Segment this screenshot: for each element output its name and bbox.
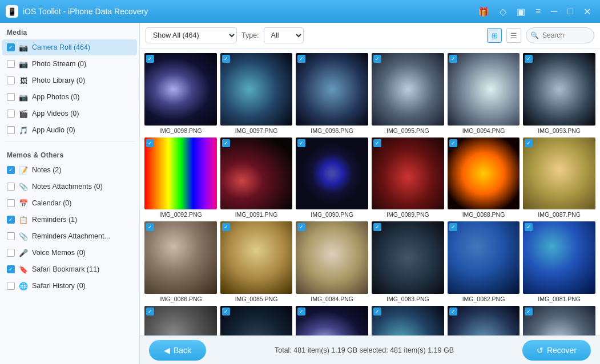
notes-checkbox[interactable]: ✓	[7, 166, 15, 174]
image-checkbox-img0075[interactable]: ✓	[525, 308, 533, 316]
type-select[interactable]: All PNG JPG GIF	[264, 27, 304, 43]
voice-memos-icon: 🎤	[18, 248, 29, 258]
app-photos-checkbox[interactable]	[7, 93, 15, 101]
grid-view-button[interactable]: ⊞	[487, 28, 502, 43]
image-checkbox-img0076[interactable]: ✓	[449, 308, 457, 316]
image-cell-img0085[interactable]: ✓IMG_0085.PNG	[220, 221, 293, 302]
image-cell-img0082[interactable]: ✓IMG_0082.PNG	[448, 221, 520, 302]
image-cell-img0094[interactable]: ✓IMG_0094.PNG	[448, 53, 520, 134]
sidebar-item-photo-library[interactable]: 🖼 Photo Library (0)	[2, 72, 137, 88]
image-cell-img0086[interactable]: ✓IMG_0086.PNG	[144, 221, 217, 302]
app-audio-checkbox[interactable]	[7, 126, 15, 134]
image-checkbox-img0088[interactable]: ✓	[449, 139, 457, 147]
image-cell-img0095[interactable]: ✓IMG_0095.PNG	[372, 53, 444, 134]
sidebar-item-app-videos[interactable]: 🎬 App Videos (0)	[2, 106, 137, 122]
sidebar-item-notes-attachments[interactable]: 📎 Notes Attachments (0)	[2, 179, 137, 195]
image-cell-img0087[interactable]: ✓IMG_0087.PNG	[523, 137, 595, 219]
image-label-img0095: IMG_0095.PNG	[372, 127, 444, 134]
sidebar-item-reminders[interactable]: ✓ 📋 Reminders (1)	[2, 212, 137, 228]
image-cell-img0093[interactable]: ✓IMG_0093.PNG	[523, 53, 595, 134]
image-checkbox-img0091[interactable]: ✓	[222, 139, 230, 147]
image-checkbox-img0081[interactable]: ✓	[525, 223, 533, 231]
back-button[interactable]: ◀ Back	[149, 340, 206, 361]
image-checkbox-img0086[interactable]: ✓	[146, 223, 154, 231]
image-checkbox-img0084[interactable]: ✓	[297, 223, 305, 231]
image-checkbox-img0082[interactable]: ✓	[449, 223, 457, 231]
sidebar-item-voice-memos[interactable]: 🎤 Voice Memos (0)	[2, 245, 137, 261]
image-checkbox-img0077[interactable]: ✓	[373, 308, 381, 316]
maximize-button[interactable]: □	[564, 5, 577, 18]
image-label-img0096: IMG_0096.PNG	[296, 127, 368, 134]
image-label-img0087: IMG_0087.PNG	[523, 211, 595, 218]
recover-button[interactable]: ↺ Recover	[522, 340, 591, 361]
app-videos-checkbox[interactable]	[7, 110, 15, 118]
image-checkbox-img0096[interactable]: ✓	[297, 55, 305, 63]
app-title: iOS Toolkit - iPhone Data Recovery	[23, 7, 148, 16]
image-cell-img0080[interactable]: ✓IMG_0080.PNG	[144, 306, 217, 335]
image-cell-img0098[interactable]: ✓IMG_0098.PNG	[144, 53, 217, 134]
sidebar-item-reminders-attachments[interactable]: 📎 Reminders Attachment...	[2, 228, 137, 244]
image-checkbox-img0083[interactable]: ✓	[373, 223, 381, 231]
list-view-button[interactable]: ☰	[506, 28, 521, 43]
monitor-icon[interactable]: ▣	[513, 5, 529, 18]
image-checkbox-img0089[interactable]: ✓	[373, 139, 381, 147]
menu-icon[interactable]: ≡	[532, 5, 544, 18]
sidebar-item-photo-stream[interactable]: 📷 Photo Stream (0)	[2, 56, 137, 72]
image-cell-img0084[interactable]: ✓IMG_0084.PNG	[296, 221, 368, 302]
gift-icon[interactable]: 🎁	[474, 5, 493, 18]
image-checkbox-img0097[interactable]: ✓	[222, 55, 230, 63]
safari-history-checkbox[interactable]	[7, 282, 15, 290]
image-cell-img0078[interactable]: ✓IMG_0078.PNG	[296, 306, 368, 335]
sidebar-item-safari-bookmark[interactable]: ✓ 🔖 Safari Bookmark (11)	[2, 261, 137, 277]
image-cell-img0076[interactable]: ✓IMG_0076.PNG	[448, 306, 520, 335]
sidebar-item-safari-history[interactable]: 🌐 Safari History (0)	[2, 278, 137, 294]
image-cell-img0088[interactable]: ✓IMG_0088.PNG	[448, 137, 520, 219]
sidebar-item-calendar[interactable]: 📅 Calendar (0)	[2, 195, 137, 211]
reminders-icon: 📋	[18, 215, 29, 225]
image-cell-img0091[interactable]: ✓IMG_0091.PNG	[220, 137, 293, 219]
show-all-select[interactable]: Show All (464) Show Selected Show Unsele…	[146, 27, 237, 43]
minimize-button[interactable]: ─	[547, 5, 561, 18]
image-checkbox-img0080[interactable]: ✓	[146, 308, 154, 316]
image-checkbox-img0093[interactable]: ✓	[525, 55, 533, 63]
sidebar-item-camera-roll[interactable]: ✓ 📷 Camera Roll (464)	[2, 39, 137, 55]
image-cell-img0075[interactable]: ✓IMG_0075.PNG	[523, 306, 595, 335]
sidebar-item-notes[interactable]: ✓ 📝 Notes (2)	[2, 162, 137, 178]
image-checkbox-img0095[interactable]: ✓	[373, 55, 381, 63]
window-controls[interactable]: 🎁 ◇ ▣ ≡ ─ □ ✕	[474, 5, 594, 18]
reminders-att-checkbox[interactable]	[7, 232, 15, 240]
image-checkbox-img0078[interactable]: ✓	[297, 308, 305, 316]
image-cell-img0096[interactable]: ✓IMG_0096.PNG	[296, 53, 368, 134]
photo-library-checkbox[interactable]	[7, 76, 15, 84]
safari-bookmark-checkbox[interactable]: ✓	[7, 265, 15, 273]
image-checkbox-img0085[interactable]: ✓	[222, 223, 230, 231]
calendar-checkbox[interactable]	[7, 199, 15, 207]
image-cell-img0092[interactable]: ✓IMG_0092.PNG	[144, 137, 217, 219]
image-checkbox-img0079[interactable]: ✓	[222, 308, 230, 316]
voice-memos-checkbox[interactable]	[7, 249, 15, 257]
diamond-icon[interactable]: ◇	[496, 5, 510, 18]
notes-attachments-checkbox[interactable]	[7, 183, 15, 191]
image-checkbox-img0092[interactable]: ✓	[146, 139, 154, 147]
image-checkbox-img0098[interactable]: ✓	[146, 55, 154, 63]
notes-icon: 📝	[18, 165, 29, 175]
image-checkbox-img0090[interactable]: ✓	[297, 139, 305, 147]
main-layout: Media ✓ 📷 Camera Roll (464) 📷 Photo Stre…	[0, 23, 600, 364]
camera-roll-checkbox[interactable]: ✓	[7, 43, 15, 51]
image-cell-img0089[interactable]: ✓IMG_0089.PNG	[372, 137, 444, 219]
image-cell-img0077[interactable]: ✓IMG_0077.PNG	[372, 306, 444, 335]
sidebar-item-app-photos[interactable]: 📷 App Photos (0)	[2, 89, 137, 105]
close-button[interactable]: ✕	[580, 5, 594, 18]
image-cell-img0097[interactable]: ✓IMG_0097.PNG	[220, 53, 293, 134]
photo-stream-checkbox[interactable]	[7, 60, 15, 68]
reminders-checkbox[interactable]: ✓	[7, 216, 15, 224]
sidebar-item-app-audio[interactable]: 🎵 App Audio (0)	[2, 122, 137, 138]
bottom-bar: ◀ Back Total: 481 item(s) 1.19 GB select…	[140, 335, 600, 364]
image-checkbox-img0087[interactable]: ✓	[525, 139, 533, 147]
image-cell-img0081[interactable]: ✓IMG_0081.PNG	[523, 221, 595, 302]
image-cell-img0083[interactable]: ✓IMG_0083.PNG	[372, 221, 444, 302]
image-checkbox-img0094[interactable]: ✓	[449, 55, 457, 63]
image-cell-img0090[interactable]: ✓IMG_0090.PNG	[296, 137, 368, 219]
image-cell-img0079[interactable]: ✓IMG_0079.PNG	[220, 306, 293, 335]
toolbar: Show All (464) Show Selected Show Unsele…	[140, 23, 600, 48]
